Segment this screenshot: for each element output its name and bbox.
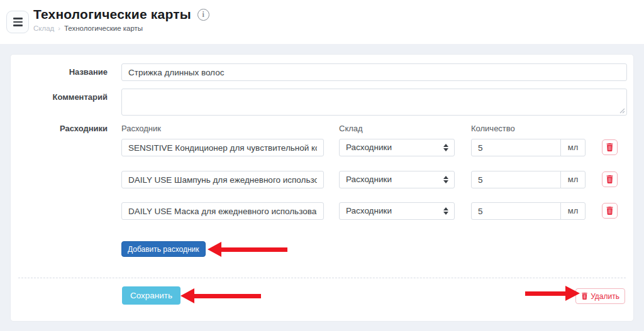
select-spinner-icon <box>443 144 448 151</box>
quantity-input[interactable] <box>471 171 561 188</box>
info-icon[interactable]: i <box>197 9 209 21</box>
add-consumable-button[interactable]: Добавить расходник <box>121 241 206 257</box>
name-label: Название <box>11 63 108 81</box>
warehouse-select[interactable]: Расходники <box>339 202 455 220</box>
breadcrumb-parent[interactable]: Склад <box>33 24 54 32</box>
save-button[interactable]: Сохранить <box>122 286 180 305</box>
warehouse-select-value: Расходники <box>346 143 392 152</box>
consumable-row: Расходники мл <box>11 202 633 220</box>
column-header-consumable: Расходник <box>121 124 161 133</box>
quantity-input[interactable] <box>471 139 561 156</box>
hamburger-menu-button[interactable] <box>6 11 29 33</box>
warehouse-select-value: Расходники <box>346 175 392 184</box>
page-title: Технологические карты <box>33 7 191 22</box>
name-input[interactable] <box>121 63 627 81</box>
consumable-row: Расходники мл <box>11 171 633 188</box>
hamburger-icon <box>13 18 23 26</box>
consumable-input[interactable] <box>121 171 324 188</box>
unit-addon: мл <box>560 171 586 188</box>
delete-card-button[interactable]: Удалить <box>575 288 625 304</box>
unit-addon: мл <box>560 139 586 156</box>
top-bar: Технологические карты i Склад › Технолог… <box>0 0 644 44</box>
warehouse-select-value: Расходники <box>346 206 392 215</box>
trash-icon <box>606 175 614 183</box>
consumable-input[interactable] <box>121 202 324 220</box>
select-spinner-icon <box>443 176 448 183</box>
delete-card-button-label: Удалить <box>591 292 619 301</box>
trash-icon <box>581 293 588 300</box>
delete-row-button[interactable] <box>602 171 618 187</box>
consumables-label: Расходники <box>11 124 108 133</box>
consumable-row: Расходники мл <box>11 139 633 156</box>
consumable-input[interactable] <box>121 139 324 156</box>
breadcrumb: Склад › Технологические карты <box>33 24 209 32</box>
warehouse-select[interactable]: Расходники <box>339 139 455 156</box>
page: Технологические карты i Склад › Технолог… <box>0 0 644 331</box>
delete-row-button[interactable] <box>602 139 618 155</box>
comment-label: Комментарий <box>11 92 108 102</box>
column-header-quantity: Количество <box>471 124 515 133</box>
warehouse-select[interactable]: Расходники <box>339 171 455 188</box>
unit-addon: мл <box>560 202 586 220</box>
column-header-warehouse: Склад <box>339 124 363 133</box>
trash-icon <box>606 143 614 151</box>
breadcrumb-current: Технологические карты <box>64 24 143 32</box>
tech-card-form: Название Комментарий Расходники Расходни… <box>10 54 634 322</box>
delete-row-button[interactable] <box>602 203 618 219</box>
comment-textarea[interactable] <box>121 89 627 116</box>
select-spinner-icon <box>443 207 448 215</box>
quantity-input[interactable] <box>471 202 561 220</box>
trash-icon <box>606 207 614 215</box>
chevron-right-icon: › <box>58 24 60 32</box>
footer-separator <box>18 278 626 278</box>
